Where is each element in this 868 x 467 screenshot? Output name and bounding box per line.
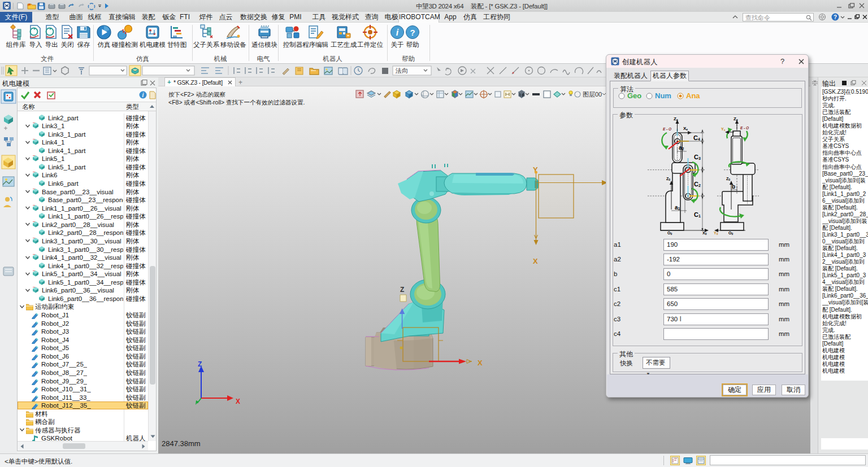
svg-text:C3: C3 <box>694 154 701 160</box>
svg-text:C2: C2 <box>694 181 701 187</box>
svg-text:?: ? <box>410 28 415 37</box>
svg-text:Y0: Y0 <box>714 231 718 235</box>
svg-text:C4: C4 <box>693 134 700 141</box>
svg-text:X0: X0 <box>702 231 707 235</box>
svg-text:Z: Z <box>400 286 404 294</box>
svg-text:b: b <box>732 184 735 190</box>
svg-text:Xe: Xe <box>683 126 688 131</box>
svg-text:Ys: Ys <box>721 127 726 132</box>
svg-text:X: X <box>478 359 483 367</box>
svg-text:O0: O0 <box>667 231 672 235</box>
svg-text:O0: O0 <box>728 231 733 235</box>
svg-text:Z: Z <box>198 360 202 368</box>
svg-text:E - O: E - O <box>740 126 749 130</box>
svg-text:X: X <box>236 398 240 405</box>
svg-text:法向: 法向 <box>395 67 408 74</box>
svg-text:C1: C1 <box>694 211 701 218</box>
svg-text:a2: a2 <box>679 145 684 151</box>
svg-text:Ze: Ze <box>734 116 738 121</box>
svg-text:E - O: E - O <box>663 127 671 131</box>
svg-text:i: i <box>142 92 144 98</box>
svg-text:Z0: Z0 <box>666 177 670 181</box>
svg-text:?: ? <box>834 14 837 20</box>
svg-text:Z0: Z0 <box>726 177 730 181</box>
svg-text:i: i <box>396 28 399 37</box>
svg-text:X: X <box>533 257 538 265</box>
svg-text:Ze: Ze <box>674 116 678 121</box>
